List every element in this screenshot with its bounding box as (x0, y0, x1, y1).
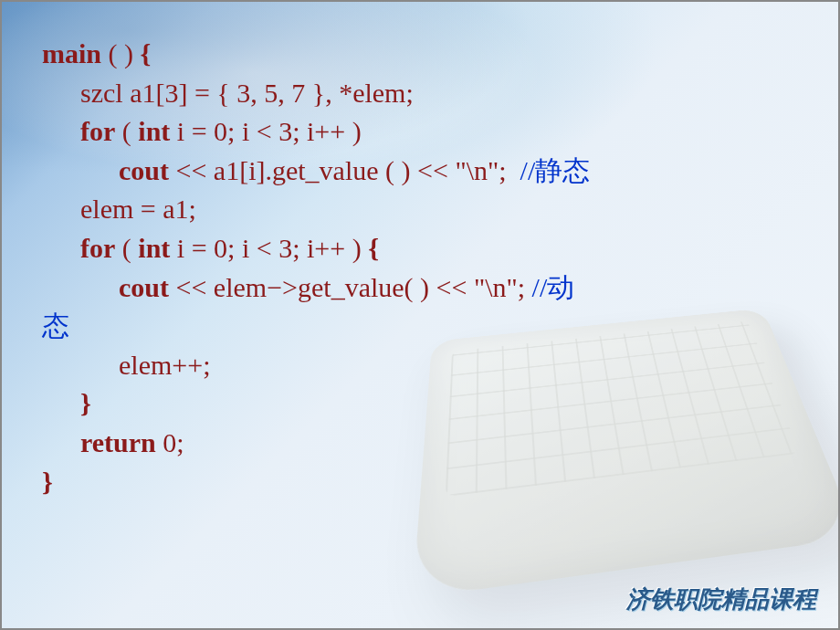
comment-static: //静态 (520, 155, 591, 185)
keyword-main: main (42, 38, 101, 68)
keyword-cout: cout (119, 272, 169, 302)
code-line-7: cout << elem−>get_value( ) << "\n"; //动 (42, 268, 798, 308)
code-line-6: for ( int i = 0; i < 3; i++ ) { (42, 229, 798, 268)
comment-dynamic-part1: //动 (532, 272, 575, 302)
code-line-1: main ( ) { (42, 35, 798, 74)
code-line-10: return 0; (42, 424, 798, 463)
keyword-int: int (138, 233, 170, 263)
keyword-int: int (138, 116, 170, 146)
code-line-7-wrap: 态 (42, 307, 798, 346)
watermark-text: 济铁职院精品课程 (626, 583, 816, 615)
code-line-8: elem++; (42, 346, 798, 385)
keyword-for: for (80, 116, 115, 146)
code-line-11: } (42, 463, 798, 502)
keyword-for: for (80, 233, 115, 263)
code-line-3: for ( int i = 0; i < 3; i++ ) (42, 112, 798, 152)
code-block: main ( ) { szcl a1[3] = { 3, 5, 7 }, *el… (42, 35, 798, 501)
comment-dynamic-part2: 态 (42, 307, 798, 346)
code-line-4: cout << a1[i].get_value ( ) << "\n"; //静… (42, 152, 798, 191)
code-line-5: elem = a1; (42, 190, 798, 229)
code-line-2: szcl a1[3] = { 3, 5, 7 }, *elem; (42, 74, 798, 113)
keyword-cout: cout (119, 155, 169, 185)
code-line-9: } (42, 384, 798, 424)
keyword-return: return (80, 427, 156, 457)
